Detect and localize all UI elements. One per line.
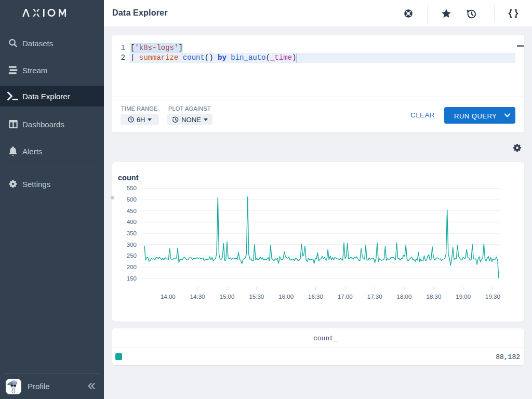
svg-text:15:00: 15:00 [220,294,235,300]
svg-text:150: 150 [127,275,137,282]
svg-text:14:00: 14:00 [161,294,176,300]
svg-text:17:30: 17:30 [367,294,382,300]
svg-text:17:00: 17:00 [338,294,353,300]
svg-text:250: 250 [127,252,137,259]
svg-text:14:30: 14:30 [190,294,205,300]
svg-text:19:30: 19:30 [485,294,500,300]
svg-text:400: 400 [127,219,137,225]
svg-text:18:30: 18:30 [427,294,442,300]
svg-text:16:30: 16:30 [308,294,323,300]
svg-text:16:00: 16:00 [278,294,294,300]
svg-text:450: 450 [127,208,137,214]
svg-text:500: 500 [127,196,137,203]
svg-text:18:00: 18:00 [397,294,412,300]
svg-text:15:30: 15:30 [249,294,264,300]
svg-text:300: 300 [127,242,137,248]
svg-text:19:00: 19:00 [456,294,471,300]
svg-text:200: 200 [127,264,137,270]
svg-text:550: 550 [127,185,137,191]
svg-text:350: 350 [127,230,137,236]
